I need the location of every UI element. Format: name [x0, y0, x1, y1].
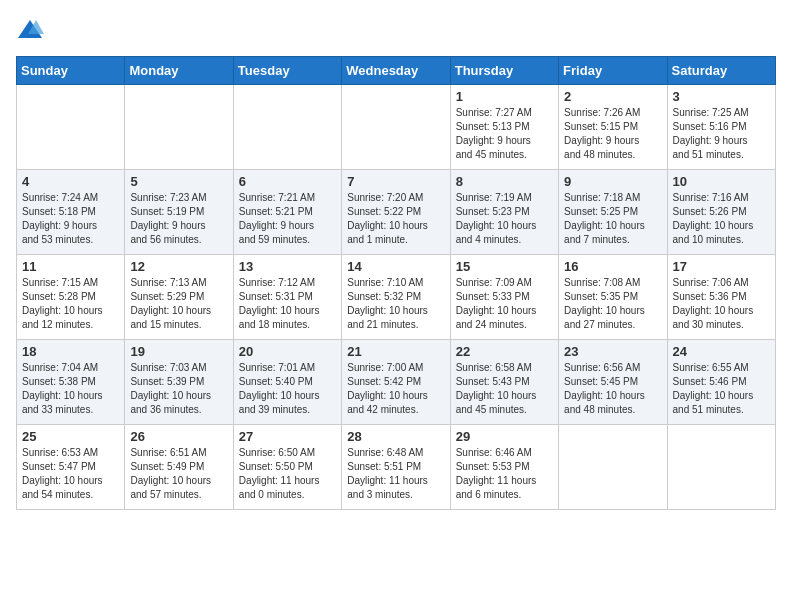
calendar-cell: 2Sunrise: 7:26 AMSunset: 5:15 PMDaylight… — [559, 85, 667, 170]
calendar-cell — [125, 85, 233, 170]
day-info: Sunrise: 7:08 AMSunset: 5:35 PMDaylight:… — [564, 276, 661, 332]
day-number: 15 — [456, 259, 553, 274]
day-number: 5 — [130, 174, 227, 189]
day-info: Sunrise: 7:06 AMSunset: 5:36 PMDaylight:… — [673, 276, 770, 332]
calendar-cell: 1Sunrise: 7:27 AMSunset: 5:13 PMDaylight… — [450, 85, 558, 170]
day-number: 16 — [564, 259, 661, 274]
calendar-week-3: 11Sunrise: 7:15 AMSunset: 5:28 PMDayligh… — [17, 255, 776, 340]
calendar-cell: 13Sunrise: 7:12 AMSunset: 5:31 PMDayligh… — [233, 255, 341, 340]
day-info: Sunrise: 7:01 AMSunset: 5:40 PMDaylight:… — [239, 361, 336, 417]
calendar-table: SundayMondayTuesdayWednesdayThursdayFrid… — [16, 56, 776, 510]
calendar-cell: 16Sunrise: 7:08 AMSunset: 5:35 PMDayligh… — [559, 255, 667, 340]
calendar-cell: 28Sunrise: 6:48 AMSunset: 5:51 PMDayligh… — [342, 425, 450, 510]
day-info: Sunrise: 6:48 AMSunset: 5:51 PMDaylight:… — [347, 446, 444, 502]
day-info: Sunrise: 7:09 AMSunset: 5:33 PMDaylight:… — [456, 276, 553, 332]
calendar-header-saturday: Saturday — [667, 57, 775, 85]
calendar-cell — [342, 85, 450, 170]
calendar-week-4: 18Sunrise: 7:04 AMSunset: 5:38 PMDayligh… — [17, 340, 776, 425]
day-number: 18 — [22, 344, 119, 359]
calendar-header-thursday: Thursday — [450, 57, 558, 85]
calendar-cell: 23Sunrise: 6:56 AMSunset: 5:45 PMDayligh… — [559, 340, 667, 425]
calendar-cell: 9Sunrise: 7:18 AMSunset: 5:25 PMDaylight… — [559, 170, 667, 255]
calendar-cell: 8Sunrise: 7:19 AMSunset: 5:23 PMDaylight… — [450, 170, 558, 255]
day-number: 22 — [456, 344, 553, 359]
calendar-week-2: 4Sunrise: 7:24 AMSunset: 5:18 PMDaylight… — [17, 170, 776, 255]
day-info: Sunrise: 7:27 AMSunset: 5:13 PMDaylight:… — [456, 106, 553, 162]
calendar-cell: 4Sunrise: 7:24 AMSunset: 5:18 PMDaylight… — [17, 170, 125, 255]
day-number: 25 — [22, 429, 119, 444]
day-info: Sunrise: 7:18 AMSunset: 5:25 PMDaylight:… — [564, 191, 661, 247]
calendar-cell: 15Sunrise: 7:09 AMSunset: 5:33 PMDayligh… — [450, 255, 558, 340]
day-number: 17 — [673, 259, 770, 274]
logo — [16, 16, 48, 44]
day-number: 21 — [347, 344, 444, 359]
day-info: Sunrise: 7:21 AMSunset: 5:21 PMDaylight:… — [239, 191, 336, 247]
day-number: 2 — [564, 89, 661, 104]
calendar-cell: 10Sunrise: 7:16 AMSunset: 5:26 PMDayligh… — [667, 170, 775, 255]
calendar-cell — [667, 425, 775, 510]
calendar-header-friday: Friday — [559, 57, 667, 85]
calendar-cell — [559, 425, 667, 510]
day-info: Sunrise: 7:24 AMSunset: 5:18 PMDaylight:… — [22, 191, 119, 247]
day-number: 11 — [22, 259, 119, 274]
calendar-header-row: SundayMondayTuesdayWednesdayThursdayFrid… — [17, 57, 776, 85]
day-info: Sunrise: 7:20 AMSunset: 5:22 PMDaylight:… — [347, 191, 444, 247]
logo-icon — [16, 16, 44, 44]
calendar-cell: 11Sunrise: 7:15 AMSunset: 5:28 PMDayligh… — [17, 255, 125, 340]
calendar-cell: 14Sunrise: 7:10 AMSunset: 5:32 PMDayligh… — [342, 255, 450, 340]
day-number: 23 — [564, 344, 661, 359]
day-number: 20 — [239, 344, 336, 359]
calendar-cell: 17Sunrise: 7:06 AMSunset: 5:36 PMDayligh… — [667, 255, 775, 340]
calendar-header-wednesday: Wednesday — [342, 57, 450, 85]
day-number: 3 — [673, 89, 770, 104]
calendar-cell: 20Sunrise: 7:01 AMSunset: 5:40 PMDayligh… — [233, 340, 341, 425]
day-info: Sunrise: 7:12 AMSunset: 5:31 PMDaylight:… — [239, 276, 336, 332]
header — [16, 16, 776, 44]
day-info: Sunrise: 7:00 AMSunset: 5:42 PMDaylight:… — [347, 361, 444, 417]
day-info: Sunrise: 7:23 AMSunset: 5:19 PMDaylight:… — [130, 191, 227, 247]
day-number: 26 — [130, 429, 227, 444]
calendar-week-5: 25Sunrise: 6:53 AMSunset: 5:47 PMDayligh… — [17, 425, 776, 510]
calendar-cell — [233, 85, 341, 170]
calendar-header-tuesday: Tuesday — [233, 57, 341, 85]
day-info: Sunrise: 7:25 AMSunset: 5:16 PMDaylight:… — [673, 106, 770, 162]
day-info: Sunrise: 6:46 AMSunset: 5:53 PMDaylight:… — [456, 446, 553, 502]
calendar-cell: 18Sunrise: 7:04 AMSunset: 5:38 PMDayligh… — [17, 340, 125, 425]
day-info: Sunrise: 7:26 AMSunset: 5:15 PMDaylight:… — [564, 106, 661, 162]
day-number: 27 — [239, 429, 336, 444]
day-number: 4 — [22, 174, 119, 189]
day-info: Sunrise: 7:16 AMSunset: 5:26 PMDaylight:… — [673, 191, 770, 247]
calendar-cell: 27Sunrise: 6:50 AMSunset: 5:50 PMDayligh… — [233, 425, 341, 510]
calendar-cell: 21Sunrise: 7:00 AMSunset: 5:42 PMDayligh… — [342, 340, 450, 425]
calendar-cell: 5Sunrise: 7:23 AMSunset: 5:19 PMDaylight… — [125, 170, 233, 255]
calendar-cell: 24Sunrise: 6:55 AMSunset: 5:46 PMDayligh… — [667, 340, 775, 425]
calendar-cell: 6Sunrise: 7:21 AMSunset: 5:21 PMDaylight… — [233, 170, 341, 255]
day-info: Sunrise: 6:55 AMSunset: 5:46 PMDaylight:… — [673, 361, 770, 417]
day-number: 28 — [347, 429, 444, 444]
day-number: 1 — [456, 89, 553, 104]
calendar-cell: 25Sunrise: 6:53 AMSunset: 5:47 PMDayligh… — [17, 425, 125, 510]
day-info: Sunrise: 6:56 AMSunset: 5:45 PMDaylight:… — [564, 361, 661, 417]
day-number: 29 — [456, 429, 553, 444]
day-number: 19 — [130, 344, 227, 359]
calendar-cell: 26Sunrise: 6:51 AMSunset: 5:49 PMDayligh… — [125, 425, 233, 510]
day-number: 14 — [347, 259, 444, 274]
calendar-cell — [17, 85, 125, 170]
day-info: Sunrise: 7:10 AMSunset: 5:32 PMDaylight:… — [347, 276, 444, 332]
calendar-cell: 29Sunrise: 6:46 AMSunset: 5:53 PMDayligh… — [450, 425, 558, 510]
day-number: 9 — [564, 174, 661, 189]
day-number: 12 — [130, 259, 227, 274]
calendar-cell: 19Sunrise: 7:03 AMSunset: 5:39 PMDayligh… — [125, 340, 233, 425]
calendar-cell: 22Sunrise: 6:58 AMSunset: 5:43 PMDayligh… — [450, 340, 558, 425]
calendar-week-1: 1Sunrise: 7:27 AMSunset: 5:13 PMDaylight… — [17, 85, 776, 170]
day-info: Sunrise: 6:58 AMSunset: 5:43 PMDaylight:… — [456, 361, 553, 417]
day-info: Sunrise: 7:13 AMSunset: 5:29 PMDaylight:… — [130, 276, 227, 332]
day-info: Sunrise: 6:51 AMSunset: 5:49 PMDaylight:… — [130, 446, 227, 502]
day-number: 24 — [673, 344, 770, 359]
day-number: 7 — [347, 174, 444, 189]
day-info: Sunrise: 7:03 AMSunset: 5:39 PMDaylight:… — [130, 361, 227, 417]
calendar-cell: 12Sunrise: 7:13 AMSunset: 5:29 PMDayligh… — [125, 255, 233, 340]
calendar-header-sunday: Sunday — [17, 57, 125, 85]
day-number: 13 — [239, 259, 336, 274]
day-number: 10 — [673, 174, 770, 189]
